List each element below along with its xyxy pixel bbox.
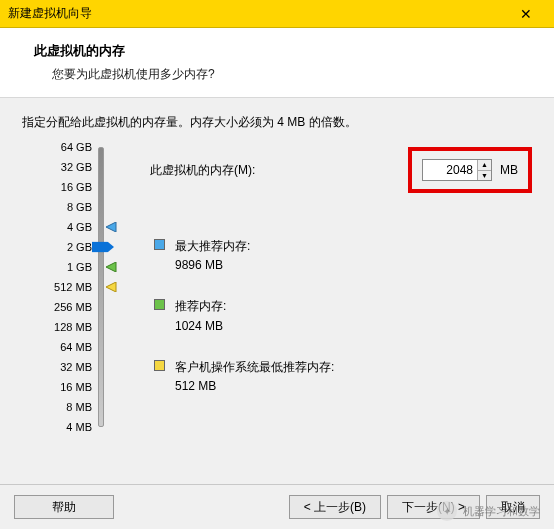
slider-tick: 32 MB [32,361,92,373]
slider-tick: 1 GB [32,261,92,273]
svg-marker-0 [106,222,116,232]
content-area: 指定分配给此虚拟机的内存量。内存大小必须为 4 MB 的倍数。 64 GB32 … [0,98,554,457]
legend-min-value: 512 MB [175,377,334,396]
slider-tick: 8 GB [32,201,92,213]
button-bar: 帮助 < 上一步(B) 下一步(N) > 取消 [0,484,554,529]
svg-marker-1 [106,262,116,272]
memory-input[interactable] [423,160,477,180]
spinner-up-icon[interactable]: ▲ [478,160,491,171]
back-button[interactable]: < 上一步(B) [289,495,381,519]
titlebar: 新建虚拟机向导 ✕ [0,0,554,28]
slider-tick: 512 MB [32,281,92,293]
memory-slider[interactable]: 64 GB32 GB16 GB8 GB4 GB2 GB1 GB512 MB256… [22,147,122,447]
spinner-down-icon[interactable]: ▼ [478,171,491,181]
legend-min-label: 客户机操作系统最低推荐内存: [175,358,334,377]
slider-tick: 2 GB [32,241,92,253]
window-title: 新建虚拟机向导 [8,5,92,22]
slider-tick: 8 MB [32,401,92,413]
description-text: 指定分配给此虚拟机的内存量。内存大小必须为 4 MB 的倍数。 [22,114,532,131]
next-button[interactable]: 下一步(N) > [387,495,480,519]
header-subtitle: 您要为此虚拟机使用多少内存? [34,66,532,83]
slider-tick: 16 MB [32,381,92,393]
legend-rec-label: 推荐内存: [175,297,226,316]
header-title: 此虚拟机的内存 [34,42,532,60]
slider-tick: 4 GB [32,221,92,233]
legend-min: 客户机操作系统最低推荐内存: 512 MB [154,358,532,396]
legend-color-yellow [154,360,165,371]
slider-tick: 256 MB [32,301,92,313]
help-button[interactable]: 帮助 [14,495,114,519]
marker-rec [106,262,118,272]
slider-tick: 64 MB [32,341,92,353]
slider-tick: 32 GB [32,161,92,173]
legend-rec: 推荐内存: 1024 MB [154,297,532,335]
slider-thumb[interactable] [92,242,114,253]
marker-max [106,222,118,232]
legend-color-green [154,299,165,310]
close-icon[interactable]: ✕ [506,6,546,22]
legend-max-label: 最大推荐内存: [175,237,250,256]
memory-unit: MB [500,163,518,177]
legend-max: 最大推荐内存: 9896 MB [154,237,532,275]
svg-marker-2 [106,282,116,292]
wizard-header: 此虚拟机的内存 您要为此虚拟机使用多少内存? [0,28,554,98]
cancel-button[interactable]: 取消 [486,495,540,519]
memory-highlight-box: ▲ ▼ MB [408,147,532,193]
memory-spinner[interactable]: ▲ ▼ [422,159,492,181]
legend-rec-value: 1024 MB [175,317,226,336]
slider-tick: 16 GB [32,181,92,193]
legend-color-blue [154,239,165,250]
slider-tick: 64 GB [32,141,92,153]
marker-min [106,282,118,292]
slider-tick: 128 MB [32,321,92,333]
legend-max-value: 9896 MB [175,256,250,275]
slider-tick: 4 MB [32,421,92,433]
slider-track[interactable] [98,147,104,427]
memory-label: 此虚拟机的内存(M): [150,162,408,179]
